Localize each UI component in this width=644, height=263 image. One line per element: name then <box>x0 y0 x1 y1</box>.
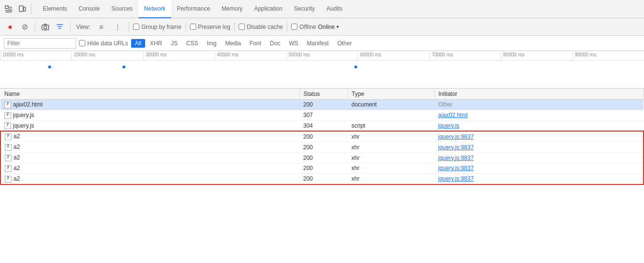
toolbar-divider-5 <box>234 22 235 32</box>
cell-initiator[interactable]: ajax02.html <box>434 110 644 120</box>
table-row[interactable]: ajax02.html200documentOther <box>0 100 644 110</box>
filter-type-font[interactable]: Font <box>246 39 265 48</box>
cell-initiator[interactable]: jquery.js <box>434 120 644 131</box>
cell-status: 200 <box>299 100 348 110</box>
dropdown-icon: ▾ <box>336 24 339 29</box>
filter-input[interactable] <box>4 38 76 49</box>
tab-application[interactable]: Application <box>248 0 288 18</box>
online-select[interactable]: Online ▾ <box>318 24 339 30</box>
initiator-link[interactable]: jquery.js:9837 <box>438 155 474 161</box>
col-header-type[interactable]: Type <box>348 89 434 100</box>
filter-type-ws[interactable]: WS <box>285 39 302 48</box>
cell-initiator[interactable]: jquery.js:9837 <box>434 142 644 153</box>
initiator-link[interactable]: jquery.js <box>438 122 459 129</box>
svg-rect-6 <box>24 7 26 11</box>
col-header-initiator[interactable]: Initiator <box>434 89 644 100</box>
initiator-link[interactable]: jquery.js:9837 <box>438 175 474 182</box>
cell-initiator[interactable]: jquery.js:9837 <box>434 131 644 142</box>
hide-data-urls-label[interactable]: Hide data URLs <box>79 40 128 47</box>
hide-data-urls-text: Hide data URLs <box>87 40 128 47</box>
timeline-tick: 60000 ms <box>358 52 429 60</box>
online-text: Online <box>318 24 335 30</box>
tab-divider-1 <box>31 3 31 15</box>
tab-sources[interactable]: Sources <box>106 0 138 18</box>
svg-rect-0 <box>5 6 8 9</box>
filter-type-img[interactable]: Img <box>203 39 220 48</box>
tab-memory[interactable]: Memory <box>216 0 248 18</box>
svg-point-8 <box>44 26 47 29</box>
cell-name: jquery.js <box>0 120 299 131</box>
disable-cache-label[interactable]: Disable cache <box>239 24 283 30</box>
filter-type-xhr[interactable]: XHR <box>146 39 166 48</box>
disable-cache-checkbox[interactable] <box>239 24 245 30</box>
preserve-log-label[interactable]: Preserve log <box>190 24 230 30</box>
devtools-icons <box>2 2 33 16</box>
stop-button[interactable]: ⊘ <box>18 21 31 33</box>
timeline-dot <box>48 66 51 68</box>
devtools-device-icon[interactable] <box>15 2 29 16</box>
group-by-frame-checkbox[interactable] <box>133 24 139 30</box>
initiator-link[interactable]: ajax02.html <box>438 112 468 118</box>
devtools-inspect-icon[interactable] <box>2 2 15 16</box>
cell-status: 200 <box>299 153 348 163</box>
file-icon <box>4 102 11 108</box>
table-row[interactable]: jquery.js307ajax02.html <box>0 110 644 120</box>
file-icon <box>4 122 11 129</box>
filter-type-media[interactable]: Media <box>221 39 245 48</box>
table-header: Name Status Type Initiator <box>0 89 644 100</box>
table-row[interactable]: jquery.js304scriptjquery.js <box>0 120 644 131</box>
tab-security[interactable]: Security <box>288 0 321 18</box>
cell-initiator[interactable]: jquery.js:9837 <box>434 163 644 173</box>
tab-network[interactable]: Network <box>138 0 171 18</box>
timeline-tick: 40000 ms <box>215 52 286 60</box>
toolbar-divider-4 <box>186 22 186 32</box>
timeline: 10000 ms20000 ms30000 ms40000 ms50000 ms… <box>0 51 644 89</box>
filter-types: AllXHRJSCSSImgMediaFontDocWSManifestOthe… <box>131 39 356 48</box>
offline-label[interactable]: Offline <box>291 24 316 30</box>
table-row[interactable]: a2200xhrjquery.js:9837 <box>0 153 644 163</box>
filter-type-manifest[interactable]: Manifest <box>303 39 333 48</box>
group-by-frame-label[interactable]: Group by frame <box>133 24 181 30</box>
tree-view-button[interactable]: ⋮ <box>111 21 124 33</box>
cell-initiator[interactable]: jquery.js:9837 <box>434 153 644 163</box>
record-button[interactable]: ● <box>4 21 16 33</box>
table-row[interactable]: a2200xhrjquery.js:9837 <box>0 163 644 173</box>
cell-initiator: Other <box>434 100 644 110</box>
initiator-link[interactable]: jquery.js:9837 <box>438 144 474 151</box>
col-header-name[interactable]: Name <box>0 89 299 100</box>
filter-type-all[interactable]: All <box>131 39 145 48</box>
table-row[interactable]: a2200xhrjquery.js:9837 <box>0 142 644 153</box>
initiator-link[interactable]: jquery.js:9837 <box>438 133 474 140</box>
tab-elements[interactable]: Elements <box>37 0 73 18</box>
filter-type-other[interactable]: Other <box>334 39 356 48</box>
cell-initiator[interactable]: jquery.js:9837 <box>434 173 644 184</box>
table-row[interactable]: a2200xhrjquery.js:9837 <box>0 131 644 142</box>
preserve-log-text: Preserve log <box>198 24 230 30</box>
filter-type-js[interactable]: JS <box>167 39 181 48</box>
camera-button[interactable] <box>39 21 52 33</box>
file-icon <box>5 155 12 161</box>
table-row[interactable]: a2200xhrjquery.js:9837 <box>0 173 644 184</box>
filter-type-css[interactable]: CSS <box>182 39 202 48</box>
table-body: ajax02.html200documentOtherjquery.js307a… <box>0 100 644 184</box>
cell-name: a2 <box>0 153 299 163</box>
tab-console[interactable]: Console <box>73 0 106 18</box>
svg-rect-5 <box>19 6 23 12</box>
col-header-status[interactable]: Status <box>299 89 348 100</box>
tab-audits[interactable]: Audits <box>321 0 348 18</box>
timeline-dot <box>354 66 357 68</box>
initiator-link[interactable]: jquery.js:9837 <box>438 165 474 171</box>
list-view-button[interactable]: ≡ <box>95 21 107 33</box>
file-icon <box>5 144 12 151</box>
preserve-log-checkbox[interactable] <box>190 24 196 30</box>
timeline-ruler: 10000 ms20000 ms30000 ms40000 ms50000 ms… <box>0 51 644 61</box>
tab-performance[interactable]: Performance <box>171 0 216 18</box>
view-label: View: <box>76 24 90 30</box>
cell-type: xhr <box>348 163 434 173</box>
cell-name: a2 <box>0 173 299 184</box>
file-icon <box>5 165 12 172</box>
hide-data-urls-checkbox[interactable] <box>79 40 85 46</box>
filter-type-doc[interactable]: Doc <box>266 39 284 48</box>
filter-toggle-button[interactable] <box>54 21 66 33</box>
offline-checkbox[interactable] <box>291 24 297 30</box>
